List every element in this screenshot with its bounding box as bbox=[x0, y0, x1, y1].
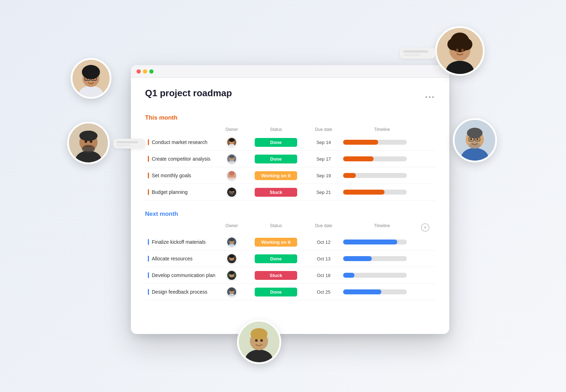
status-cell: Stuck bbox=[248, 271, 304, 280]
table-row: Budget planning Stuck Sep 21 bbox=[145, 184, 435, 201]
floating-avatar-top-right bbox=[435, 26, 485, 76]
owner-cell bbox=[216, 187, 248, 197]
this-month-title: This month bbox=[145, 114, 435, 121]
svg-point-58 bbox=[229, 189, 234, 192]
col-add-header bbox=[421, 127, 432, 132]
timeline-bar bbox=[343, 156, 407, 161]
close-dot[interactable] bbox=[137, 69, 141, 74]
col-status-header: Status bbox=[248, 223, 304, 232]
chat-bubble-left-bottom bbox=[113, 139, 145, 149]
status-cell: Working on it bbox=[248, 238, 304, 247]
timeline-fill bbox=[343, 173, 356, 178]
timeline-fill bbox=[343, 289, 381, 294]
browser-content: Q1 project roadmap ••• This month Owner … bbox=[131, 78, 449, 320]
table-row: Conduct market research Done Sep 14 bbox=[145, 134, 435, 151]
this-month-section: This month Owner Status Due date Timelin… bbox=[145, 114, 435, 201]
status-cell: Done bbox=[248, 138, 304, 147]
due-date: Sep 21 bbox=[304, 190, 343, 195]
next-month-section: Next month Owner Status Due date Timelin… bbox=[145, 211, 435, 300]
table-row: Design feedback process Done Oct 25 bbox=[145, 284, 435, 300]
status-cell: Done bbox=[248, 288, 304, 296]
status-badge: Working on it bbox=[255, 238, 297, 247]
browser-window: Q1 project roadmap ••• This month Owner … bbox=[131, 65, 449, 334]
svg-point-7 bbox=[456, 49, 458, 52]
svg-point-54 bbox=[229, 171, 235, 175]
minimize-dot[interactable] bbox=[143, 69, 147, 74]
timeline-fill bbox=[343, 240, 397, 244]
timeline-fill bbox=[343, 140, 378, 145]
timeline-cell bbox=[343, 273, 421, 278]
next-month-table-header: Owner Status Due date Timeline + bbox=[145, 222, 435, 233]
owner-cell bbox=[216, 170, 248, 181]
timeline-bar bbox=[343, 289, 407, 294]
status-cell: Done bbox=[248, 155, 304, 163]
timeline-cell bbox=[343, 156, 421, 161]
owner-cell bbox=[216, 253, 248, 264]
svg-point-42 bbox=[260, 339, 263, 342]
timeline-bar bbox=[343, 240, 407, 244]
avatar bbox=[226, 154, 237, 164]
task-name: Conduct market research bbox=[148, 139, 216, 145]
svg-point-46 bbox=[229, 138, 235, 142]
svg-point-6 bbox=[453, 34, 466, 47]
this-month-table-header: Owner Status Due date Timeline bbox=[145, 126, 435, 133]
floating-avatar-left-bottom bbox=[67, 122, 110, 164]
svg-point-32 bbox=[470, 138, 472, 140]
svg-point-71 bbox=[229, 272, 234, 275]
timeline-bar bbox=[343, 273, 407, 278]
owner-cell bbox=[216, 237, 248, 247]
svg-point-75 bbox=[229, 288, 234, 292]
owner-cell bbox=[216, 137, 248, 148]
chat-bubble-top-right bbox=[400, 47, 435, 59]
avatar bbox=[226, 287, 237, 297]
table-row: Set monthly goals Working on it Sep 19 bbox=[145, 167, 435, 184]
status-badge: Stuck bbox=[255, 188, 297, 197]
col-duedate-header: Due date bbox=[304, 223, 343, 232]
table-row: Develop communication plan Stuck Oct 18 bbox=[145, 267, 435, 284]
due-date: Sep 17 bbox=[304, 156, 343, 162]
svg-point-28 bbox=[467, 128, 483, 138]
add-column-button[interactable]: + bbox=[421, 223, 429, 232]
col-timeline-header: Timeline bbox=[343, 127, 421, 132]
svg-point-17 bbox=[82, 65, 100, 79]
owner-cell bbox=[216, 287, 248, 297]
svg-point-63 bbox=[229, 238, 234, 242]
scene: Q1 project roadmap ••• This month Owner … bbox=[88, 37, 478, 355]
col-timeline-header: Timeline bbox=[343, 223, 421, 232]
svg-point-67 bbox=[229, 255, 234, 258]
col-task-header bbox=[148, 223, 216, 232]
col-owner-header: Owner bbox=[216, 127, 248, 132]
timeline-bar bbox=[343, 190, 407, 195]
timeline-fill bbox=[343, 273, 354, 278]
svg-point-22 bbox=[82, 145, 95, 153]
svg-point-24 bbox=[90, 140, 92, 143]
task-name: Allocate resources bbox=[148, 256, 216, 261]
col-owner-header: Owner bbox=[216, 223, 248, 232]
col-task-header bbox=[148, 127, 216, 132]
timeline-fill bbox=[343, 190, 385, 195]
table-row: Allocate resources Done Oct 13 bbox=[145, 250, 435, 267]
timeline-fill bbox=[343, 156, 374, 161]
timeline-fill bbox=[343, 256, 372, 261]
timeline-bar bbox=[343, 256, 407, 261]
browser-titlebar bbox=[131, 65, 449, 78]
more-options-button[interactable]: ••• bbox=[425, 94, 435, 101]
table-row: Finalize kickoff materials Working on it… bbox=[145, 234, 435, 250]
timeline-cell bbox=[343, 190, 421, 195]
floating-avatar-right-middle bbox=[453, 118, 497, 162]
status-cell: Done bbox=[248, 254, 304, 263]
maximize-dot[interactable] bbox=[149, 69, 154, 74]
svg-point-8 bbox=[461, 49, 464, 52]
svg-point-34 bbox=[469, 142, 480, 149]
svg-point-33 bbox=[477, 138, 479, 140]
svg-point-41 bbox=[255, 339, 258, 342]
task-name: Design feedback process bbox=[148, 289, 216, 295]
status-badge: Stuck bbox=[255, 271, 297, 280]
task-name: Finalize kickoff materials bbox=[148, 239, 216, 245]
owner-cell bbox=[216, 154, 248, 164]
status-badge: Done bbox=[255, 155, 297, 163]
svg-point-50 bbox=[229, 155, 234, 158]
status-cell: Working on it bbox=[248, 171, 304, 180]
svg-point-21 bbox=[79, 131, 97, 141]
task-name: Set monthly goals bbox=[148, 173, 216, 178]
